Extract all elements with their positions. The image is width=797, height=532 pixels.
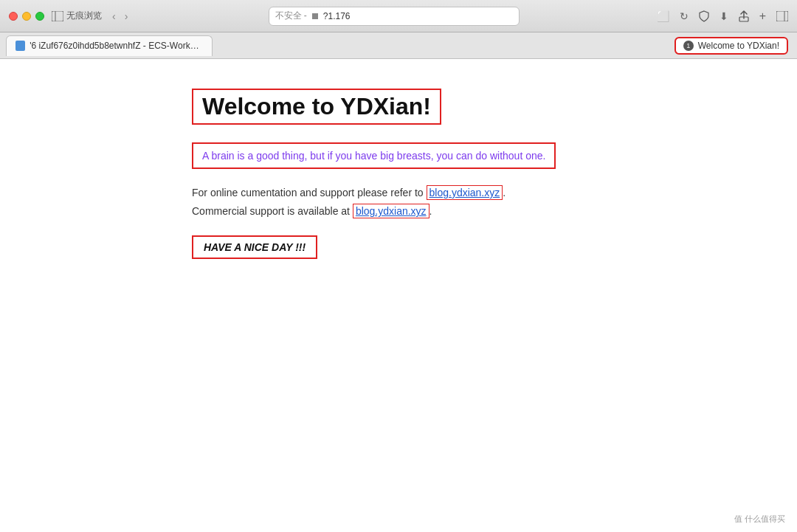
browser-label: 无痕浏览: [52, 10, 102, 22]
doc-line2-post: .: [429, 205, 432, 217]
maximize-button[interactable]: [35, 12, 44, 21]
watermark: 值 什么值得买: [734, 514, 785, 525]
share-icon[interactable]: [739, 10, 749, 22]
bookmark-label: Welcome to YDXian!: [698, 41, 779, 51]
url-text: ?1.176: [323, 11, 351, 21]
doc-link2[interactable]: blog.ydxian.xyz: [353, 204, 429, 218]
doc-line2-pre: Commercial support is available at: [192, 205, 350, 217]
traffic-lights: [9, 12, 44, 21]
tab-label: '6 iZuf676z0ihdd5b8etwnhfZ - ECS-Workben…: [30, 41, 203, 51]
doc-line1-post: .: [503, 187, 506, 198]
bookmark-icon: 1: [683, 41, 694, 51]
forward-arrow[interactable]: ›: [122, 9, 131, 24]
bookmark-button[interactable]: 1 Welcome to YDXian!: [674, 37, 788, 55]
toolbar-right: ⬜ ↻ ⬇ +: [657, 10, 788, 23]
tabbar: '6 iZuf676z0ihdd5b8etwnhfZ - ECS-Workben…: [0, 32, 797, 59]
refresh-icon[interactable]: ↻: [680, 10, 689, 22]
svg-rect-0: [52, 11, 63, 21]
close-button[interactable]: [9, 12, 18, 21]
nice-day-text: HAVE A NICE DAY !!!: [192, 235, 317, 259]
titlebar: 无痕浏览 ‹ › 不安全 - ?1.176 ⬜ ↻ ⬇ +: [0, 0, 797, 32]
sidebar-icon: [52, 11, 63, 21]
sidebar-right-icon[interactable]: [776, 11, 788, 21]
doc-text: For online cumentation and support pleas…: [192, 184, 797, 221]
address-bar[interactable]: 不安全 - ?1.176: [269, 7, 520, 26]
brain-text: A brain is a good thing, but if you have…: [192, 142, 556, 169]
security-label: 不安全 -: [275, 10, 307, 22]
svg-rect-2: [312, 13, 318, 19]
doc-line1-pre: For online cumentation and support pleas…: [192, 187, 424, 198]
download-icon[interactable]: ⬇: [720, 10, 728, 22]
browser-name-label: 无痕浏览: [66, 10, 102, 22]
back-arrow[interactable]: ‹: [109, 9, 119, 24]
doc-link1[interactable]: blog.ydxian.xyz: [427, 185, 503, 200]
page-content: Welcome to YDXian! A brain is a good thi…: [0, 59, 797, 532]
page-title: Welcome to YDXian!: [192, 89, 441, 125]
tab-favicon: [15, 41, 25, 51]
stop-icon: [311, 13, 319, 20]
active-tab[interactable]: '6 iZuf676z0ihdd5b8etwnhfZ - ECS-Workben…: [6, 35, 213, 56]
minimize-button[interactable]: [22, 12, 31, 21]
address-bar-container: 不安全 - ?1.176: [131, 7, 656, 26]
add-tab-icon[interactable]: +: [759, 10, 766, 23]
screencast-icon[interactable]: ⬜: [657, 10, 669, 22]
nav-arrows: ‹ ›: [109, 9, 131, 24]
svg-rect-4: [776, 11, 788, 21]
shield-icon[interactable]: [699, 10, 709, 22]
